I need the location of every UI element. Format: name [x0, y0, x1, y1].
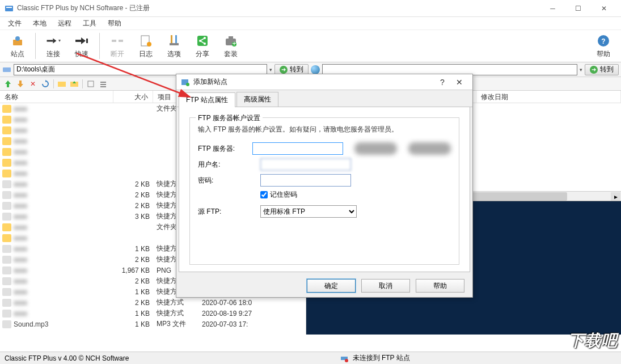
- file-icon: [2, 126, 11, 134]
- up-folder-button[interactable]: [69, 78, 80, 90]
- toolbar-help-button[interactable]: ? 帮助: [589, 31, 618, 61]
- delete-button[interactable]: ✕: [27, 78, 39, 90]
- label-user: 用户名:: [198, 160, 260, 170]
- file-icon: [2, 191, 11, 199]
- kit-icon: +: [223, 33, 238, 48]
- help-button[interactable]: 帮助: [416, 279, 464, 293]
- chevron-down-icon[interactable]: ▾: [269, 67, 272, 73]
- toolbar-kit-button[interactable]: + 套装: [217, 31, 245, 61]
- dialog-help-button[interactable]: ?: [434, 78, 451, 87]
- label-pass: 密码:: [198, 176, 260, 185]
- close-button[interactable]: ✕: [591, 1, 616, 16]
- watermark: 下载吧: [568, 330, 618, 352]
- remember-password-checkbox[interactable]: [260, 191, 268, 198]
- file-name: xxxx: [14, 310, 116, 318]
- svg-rect-16: [197, 36, 208, 46]
- download-button[interactable]: [15, 78, 26, 90]
- menu-remote[interactable]: 远程: [53, 18, 76, 29]
- tab-advanced[interactable]: 高级属性: [236, 92, 278, 107]
- menu-local[interactable]: 本地: [28, 18, 51, 29]
- table-row[interactable]: Sound.mp3 1 KB MP3 文件 2020-07-03 17:: [0, 319, 306, 329]
- statusbar: Classic FTP Plus v 4.00 © NCH Software 未…: [0, 352, 621, 364]
- chevron-down-icon[interactable]: ▾: [580, 67, 582, 73]
- dialog-titlebar: 添加新站点 ? ✕: [176, 74, 472, 90]
- refresh-button[interactable]: [40, 78, 51, 90]
- file-icon: [2, 137, 11, 145]
- scroll-right-arrow[interactable]: ▸: [611, 192, 620, 201]
- port-input[interactable]: [408, 142, 451, 155]
- toolbar-log-button[interactable]: 日志: [132, 31, 160, 61]
- connect-icon: ▾: [46, 33, 61, 48]
- file-size: 2 KB: [116, 277, 150, 285]
- view-button[interactable]: [85, 78, 96, 90]
- upload-button[interactable]: [2, 78, 14, 90]
- file-name: xxxx: [14, 159, 116, 167]
- file-type: MP3 文件: [150, 319, 195, 329]
- arrow-right-icon: ➜: [590, 66, 598, 74]
- file-date: 2020-08-19 9:27: [195, 310, 306, 318]
- svg-rect-1: [6, 7, 12, 8]
- file-name: xxxx: [14, 116, 116, 124]
- dialog-title: 添加新站点: [193, 77, 434, 87]
- file-size: 2 KB: [116, 191, 150, 199]
- file-icon: [2, 213, 11, 221]
- toolbar: 站点 ▾ 连接 快速 断开 日志 选项 分享 + 套装 ? 帮助: [0, 29, 621, 62]
- file-name: xxxx: [14, 202, 116, 210]
- ftp-server-input[interactable]: [252, 142, 343, 155]
- group-legend: FTP 服务器帐户设置: [196, 113, 263, 123]
- col-modified[interactable]: 修改日期: [476, 91, 621, 103]
- list-view-button[interactable]: [98, 78, 109, 90]
- drive-icon: [2, 65, 11, 74]
- site-icon: [10, 33, 25, 48]
- file-icon: [2, 266, 11, 274]
- toolbar-options-button[interactable]: 选项: [160, 31, 188, 61]
- svg-rect-21: [229, 36, 233, 39]
- menu-file[interactable]: 文件: [3, 18, 26, 29]
- col-size[interactable]: 大小: [113, 91, 153, 103]
- minimize-button[interactable]: ─: [540, 1, 565, 16]
- toolbar-share-button[interactable]: 分享: [188, 31, 217, 61]
- file-size: 1,967 KB: [116, 266, 150, 274]
- toolbar-connect-button[interactable]: ▾ 连接: [39, 31, 67, 61]
- cancel-button[interactable]: 取消: [361, 279, 410, 293]
- col-name[interactable]: 名称: [0, 91, 113, 103]
- file-icon: [2, 245, 11, 253]
- username-input[interactable]: [260, 158, 351, 171]
- toolbar-site-button[interactable]: 站点: [3, 31, 32, 61]
- maximize-button[interactable]: ☐: [565, 1, 591, 16]
- file-size: 2 KB: [116, 202, 150, 210]
- dialog-close-button[interactable]: ✕: [451, 78, 468, 87]
- window-title: Classic FTP Plus by NCH Software - 已注册: [17, 3, 540, 13]
- svg-point-38: [345, 359, 348, 362]
- toolbar-quick-button[interactable]: 快速: [67, 31, 96, 61]
- table-row[interactable]: xxxx 1 KB 快捷方式 2020-08-19 9:27: [0, 308, 306, 319]
- svg-marker-7: [81, 37, 86, 44]
- password-input[interactable]: [260, 174, 351, 187]
- tab-basic[interactable]: FTP 站点属性: [179, 92, 235, 107]
- file-icon: [2, 223, 11, 231]
- svg-rect-34: [100, 82, 106, 83]
- file-name: xxxx: [14, 148, 116, 156]
- remote-go-button[interactable]: ➜转到: [585, 64, 619, 75]
- label-source: 源 FTP:: [198, 207, 260, 217]
- new-folder-button[interactable]: [56, 78, 67, 90]
- ok-button[interactable]: 确定: [307, 279, 356, 293]
- share-icon: [195, 33, 210, 48]
- toolbar-disconnect-button[interactable]: 断开: [103, 31, 132, 61]
- menu-tools[interactable]: 工具: [78, 18, 101, 29]
- file-name: xxxx: [14, 137, 116, 145]
- svg-marker-28: [18, 81, 23, 87]
- file-icon: [2, 234, 11, 242]
- source-ftp-select[interactable]: 使用标准 FTP: [260, 205, 357, 218]
- svg-rect-0: [5, 6, 13, 11]
- svg-rect-33: [88, 81, 94, 87]
- file-name: xxxx: [14, 266, 116, 274]
- log-icon: [138, 33, 153, 48]
- table-row[interactable]: xxxx 2 KB 快捷方式 2020-07-06 18:0: [0, 297, 306, 308]
- dialog-body: FTP 服务器帐户设置 输入 FTP 服务器的帐户设置。如有疑问，请致电您服务器…: [179, 107, 470, 272]
- file-name: xxxx: [14, 223, 116, 231]
- svg-rect-4: [47, 40, 53, 41]
- menu-help[interactable]: 帮助: [103, 18, 126, 29]
- dialog-buttons: 确定 取消 帮助: [176, 274, 472, 297]
- dialog-tabs: FTP 站点属性 高级属性: [176, 90, 472, 107]
